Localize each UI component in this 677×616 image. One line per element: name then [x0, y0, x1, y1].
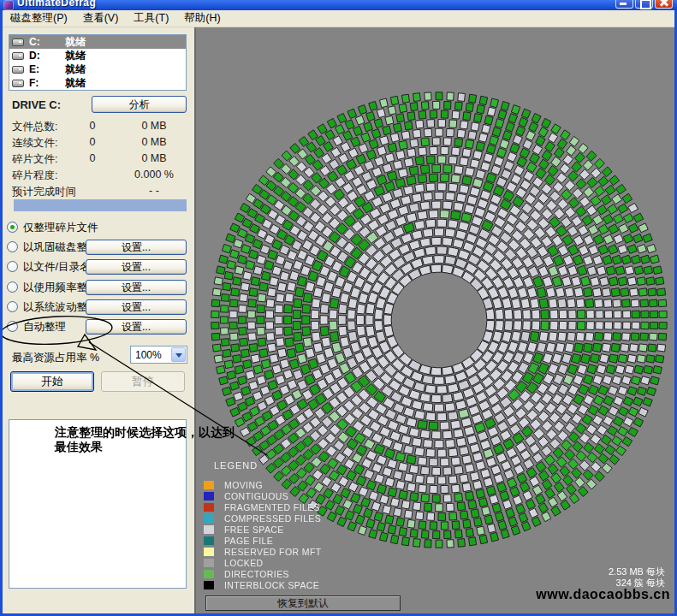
radio-by-volatility[interactable] [7, 301, 18, 312]
drive-icon [12, 66, 24, 74]
drive-row-c[interactable]: C: 就绪 [9, 35, 186, 49]
legend-swatch-compressed [204, 514, 214, 523]
annotation-line1: 注意整理的时候选择这项，以达到 [55, 425, 235, 440]
legend-swatch-directories [204, 570, 214, 578]
drive-name: F: [29, 77, 65, 89]
stat-size: - - [121, 185, 187, 197]
chevron-down-icon[interactable] [171, 347, 186, 362]
stat-label: 文件总数: [12, 120, 57, 134]
stat-count: 0 [75, 136, 110, 148]
pause-button[interactable]: 暂停 [101, 371, 185, 392]
settings-button[interactable]: 设置... [86, 299, 187, 315]
drive-status: 就绪 [65, 35, 86, 50]
settings-button[interactable]: 设置... [86, 319, 187, 335]
stat-size: 0 MB [121, 136, 187, 148]
legend-swatch-page-file [204, 536, 214, 545]
start-button[interactable]: 开始 [10, 371, 94, 392]
drive-icon [12, 80, 24, 87]
resource-usage-dropdown[interactable]: 100% [130, 346, 187, 364]
radio-consolidate[interactable] [7, 241, 18, 252]
drive-name: C: [29, 36, 65, 48]
settings-button[interactable]: 设置... [86, 240, 187, 255]
drive-name: D: [29, 50, 65, 62]
legend-swatch-moving [204, 481, 214, 489]
drive-row-f[interactable]: F: 就绪 [9, 76, 186, 90]
menu-item-tools[interactable]: 工具(T) [126, 9, 176, 27]
window-title: UltimateDefrag [17, 0, 96, 9]
drive-icon [12, 52, 24, 60]
drive-icon [12, 38, 24, 46]
legend-label: MOVING [224, 480, 263, 490]
legend-swatch-fragmented [204, 503, 214, 512]
selected-drive-title: DRIVE C: [12, 98, 61, 111]
drive-name: E: [29, 63, 65, 75]
stat-count: 0 [75, 152, 110, 164]
progress-bar [14, 199, 187, 211]
window-border-left [0, 10, 3, 616]
option-label: 自动整理 [23, 320, 66, 335]
legend-label: INTERBLOCK SPACE [224, 580, 319, 590]
minimize-button[interactable] [615, 0, 633, 9]
restore-defaults-button[interactable]: 恢复到默认 [205, 595, 401, 611]
annotation-text: 注意整理的时候选择这项，以达到 最佳效果 [55, 425, 235, 454]
settings-button[interactable]: 设置... [86, 259, 187, 275]
menu-item-defrag[interactable]: 磁盘整理(P) [3, 9, 75, 27]
radio-by-usage[interactable] [7, 281, 18, 293]
dropdown-value: 100% [135, 349, 162, 361]
drive-status: 就绪 [65, 76, 86, 91]
stat-label: 碎片程度: [12, 169, 57, 183]
legend-label: RESERVED FOR MFT [224, 547, 322, 557]
title-bar: UltimateDefrag [0, 0, 677, 10]
close-button[interactable] [655, 0, 673, 9]
app-icon [4, 1, 13, 9]
legend-swatch-locked [204, 559, 214, 567]
stat-label: 连续文件: [12, 136, 57, 151]
legend-label: CONTIGUOUS [224, 491, 288, 501]
option-row-by-filename: 以文件/目录名整理 设置... [3, 258, 196, 277]
radio-auto[interactable] [7, 321, 18, 332]
legend-label: COMPRESSED FILES [224, 513, 321, 524]
annotation-line2: 最佳效果 [55, 440, 235, 454]
analyze-button[interactable]: 分析 [92, 96, 187, 113]
watermark-url: www.daocaobbs.cn [536, 587, 670, 602]
legend-label: PAGE FILE [224, 536, 273, 546]
resource-usage-label: 最高资源占用率 % [12, 351, 99, 365]
option-row-by-usage: 以使用频率整理 设置... [3, 279, 196, 298]
menu-bar: 磁盘整理(P) 查看(V) 工具(T) 帮助(H) [3, 10, 674, 27]
legend-label: LOCKED [224, 558, 264, 568]
option-label: 仅整理碎片文件 [23, 221, 98, 235]
stat-size: 0 MB [121, 152, 187, 164]
option-row-consolidate: 以巩固磁盘整理 设置... [3, 239, 196, 258]
settings-button[interactable]: 设置... [86, 280, 187, 295]
legend-swatch-free-space [204, 525, 214, 534]
menu-item-view[interactable]: 查看(V) [75, 9, 127, 27]
maximize-button[interactable] [635, 0, 653, 9]
stat-row-contiguous-files: 连续文件: 0 0 MB [3, 136, 196, 152]
control-panel: C: 就绪 D: 就绪 E: 就绪 F: 就绪 DRIVE C: 分析 文件总数… [3, 27, 196, 613]
drive-row-d[interactable]: D: 就绪 [9, 49, 186, 62]
legend-title: LEGEND [214, 460, 258, 471]
legend-swatch-contiguous [204, 492, 214, 500]
menu-item-help[interactable]: 帮助(H) [176, 9, 228, 27]
stat-row-fragmentation: 碎片程度: 0.000 % [3, 169, 196, 185]
stat-count: 0 [75, 120, 110, 132]
stat-row-total-files: 文件总数: 0 0 MB [3, 120, 196, 136]
drive-row-e[interactable]: E: 就绪 [9, 62, 186, 76]
drive-status: 就绪 [65, 49, 86, 63]
radio-by-filename[interactable] [7, 261, 18, 272]
legend-swatch-mft [204, 548, 214, 556]
legend-label: DIRECTORIES [224, 569, 289, 579]
radio-fragmented-only[interactable] [7, 222, 18, 233]
stat-label: 碎片文件: [12, 152, 57, 167]
stat-size: 0 MB [121, 120, 187, 132]
legend-swatch-interblock [204, 581, 214, 589]
stat-row-fragmented-files: 碎片文件: 0 0 MB [3, 152, 196, 169]
legend-label: FRAGMENTED FILES [224, 502, 320, 512]
option-row-by-volatility: 以系统波动整理 设置... [3, 299, 196, 317]
option-row-fragmented-only: 仅整理碎片文件 [3, 219, 196, 238]
drive-status: 就绪 [65, 62, 86, 77]
stat-size: 0.000 % [121, 169, 187, 181]
legend-label: FREE SPACE [224, 524, 284, 535]
drive-list: C: 就绪 D: 就绪 E: 就绪 F: 就绪 [9, 34, 187, 91]
stat-label: 预计完成时间 [12, 185, 76, 199]
